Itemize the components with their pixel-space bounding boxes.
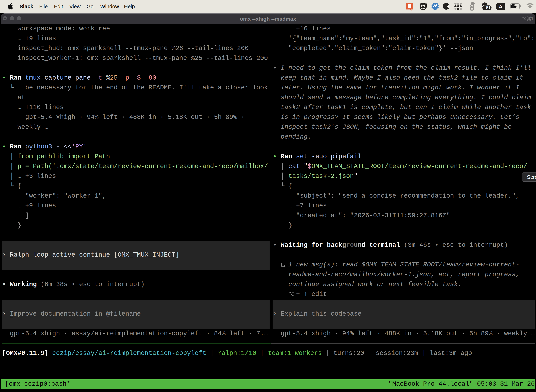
svg-text:A: A	[499, 4, 502, 9]
svg-text:1: 1	[531, 16, 534, 21]
svg-text:..61: ..61	[483, 5, 491, 10]
